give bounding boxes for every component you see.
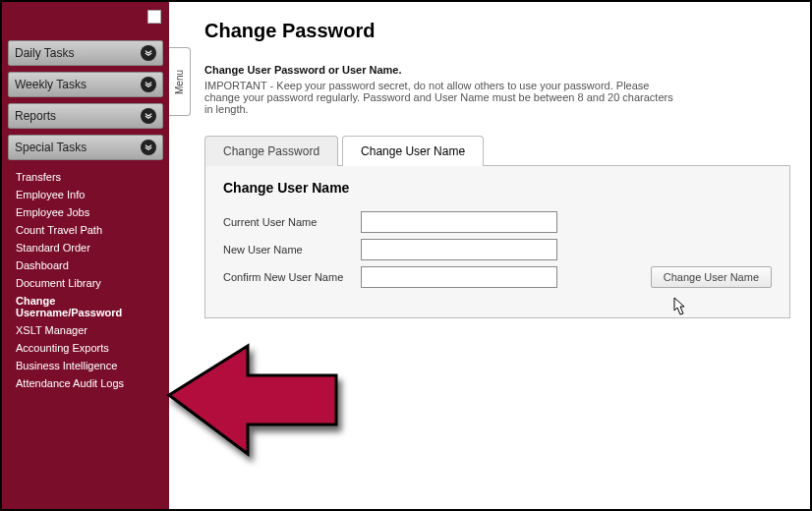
sidebar-item-standard-order[interactable]: Standard Order [16,239,163,256]
tabs: Change Password Change User Name [204,135,790,165]
label-confirm-new-user-name: Confirm New User Name [223,271,361,283]
sidebar-item-transfers[interactable]: Transfers [16,168,163,186]
label-current-user-name: Current User Name [223,216,361,228]
page-title: Change Password [204,20,790,42]
label-new-user-name: New User Name [223,244,361,256]
menu-handle-label: Menu [174,69,185,93]
sidebar-item-count-travel-path[interactable]: Count Travel Path [16,221,163,239]
sidebar-item-employee-jobs[interactable]: Employee Jobs [16,203,163,221]
main-content: Change Password Change User Password or … [204,20,790,318]
nav-section-label: Weekly Tasks [15,78,87,91]
sidebar-item-attendance-audit-logs[interactable]: Attendance Audit Logs [16,374,163,392]
intro-title: Change User Password or User Name. [204,64,790,76]
sidebar: Daily Tasks Weekly Tasks Reports Special… [2,2,169,509]
annotation-arrow-icon [159,336,356,483]
change-user-name-button[interactable]: Change User Name [651,266,772,288]
sidebar-item-employee-info[interactable]: Employee Info [16,186,163,203]
nav-section-weekly-tasks[interactable]: Weekly Tasks [8,72,163,97]
app-logo-icon [147,10,161,24]
panel-heading: Change User Name [223,180,772,196]
special-tasks-submenu: Transfers Employee Info Employee Jobs Co… [8,166,163,398]
chevron-down-icon [141,45,156,61]
sidebar-item-accounting-exports[interactable]: Accounting Exports [16,339,163,357]
nav-section-label: Special Tasks [15,141,87,154]
logo-area [8,8,163,34]
chevron-down-icon [141,108,156,124]
sidebar-item-xslt-manager[interactable]: XSLT Manager [16,321,163,339]
sidebar-item-dashboard[interactable]: Dashboard [16,256,163,274]
nav-section-special-tasks[interactable]: Special Tasks [8,135,163,160]
sidebar-item-business-intelligence[interactable]: Business Intelligence [16,357,163,374]
chevron-down-icon [141,140,156,155]
sidebar-item-change-username-password[interactable]: Change Username/Password [16,292,163,321]
input-confirm-new-user-name[interactable] [361,266,557,288]
tab-change-password[interactable]: Change Password [204,136,338,166]
nav-section-label: Reports [15,109,56,123]
nav-section-label: Daily Tasks [15,46,74,60]
input-current-user-name[interactable] [361,211,557,233]
intro-body: IMPORTANT - Keep your password secret, d… [204,80,676,115]
form-row-confirm: Confirm New User Name Change User Name [223,266,772,288]
form-row-current: Current User Name [223,211,772,233]
input-new-user-name[interactable] [361,239,557,260]
form-row-new: New User Name [223,239,772,260]
sidebar-item-document-library[interactable]: Document Library [16,274,163,292]
menu-collapse-handle[interactable]: Menu [169,47,191,116]
tab-change-user-name[interactable]: Change User Name [342,136,484,166]
change-user-name-panel: Change User Name Current User Name New U… [204,165,790,318]
chevron-down-icon [141,77,156,92]
nav-section-daily-tasks[interactable]: Daily Tasks [8,40,163,66]
nav-section-reports[interactable]: Reports [8,103,163,129]
